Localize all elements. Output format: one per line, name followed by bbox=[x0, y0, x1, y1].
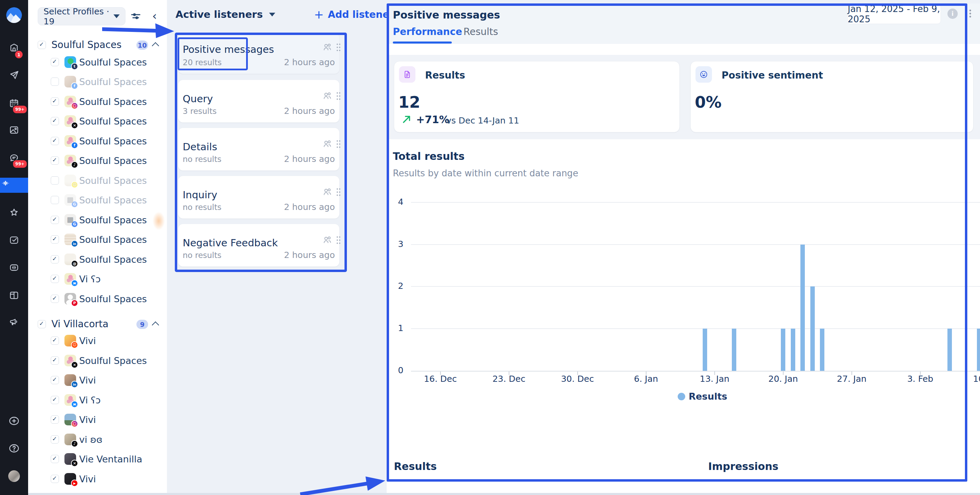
reports-bars-icon[interactable] bbox=[0, 260, 28, 275]
profile-checkbox[interactable] bbox=[51, 235, 59, 244]
profile-row[interactable]: PSoulful Spaces bbox=[28, 292, 167, 306]
user-avatar[interactable] bbox=[0, 469, 28, 484]
card-menu-dots-icon[interactable] bbox=[337, 43, 340, 51]
info-icon[interactable]: i bbox=[947, 9, 958, 19]
profile-row[interactable]: Vivi bbox=[28, 412, 167, 427]
profile-checkbox[interactable] bbox=[51, 435, 59, 444]
profile-row[interactable]: ☺Vivi bbox=[28, 334, 167, 348]
profile-group-header[interactable]: Vi Villacorta 9 bbox=[28, 318, 167, 330]
tab-results[interactable]: Results bbox=[463, 26, 498, 37]
group-checkbox[interactable] bbox=[38, 320, 46, 328]
profile-row[interactable]: @Soulful Spaces bbox=[28, 252, 167, 267]
profile-checkbox[interactable] bbox=[51, 58, 59, 66]
chart-bar[interactable] bbox=[820, 329, 824, 371]
profile-checkbox[interactable] bbox=[51, 137, 59, 145]
profile-row[interactable]: ▶Vivi bbox=[28, 472, 167, 486]
advocacy-megaphone-icon[interactable] bbox=[0, 315, 28, 330]
profile-row[interactable]: ♪vi ʚɞ bbox=[28, 432, 167, 447]
card-menu-dots-icon[interactable] bbox=[337, 140, 340, 148]
profile-row[interactable]: жVi ʕɔ bbox=[28, 393, 167, 407]
profile-row[interactable]: ×Soulful Spaces bbox=[28, 353, 167, 368]
chart-bar[interactable] bbox=[977, 329, 980, 371]
publishing-send-icon[interactable] bbox=[0, 67, 28, 83]
profile-checkbox[interactable] bbox=[51, 176, 59, 185]
media-library-icon[interactable] bbox=[0, 123, 28, 137]
date-range-picker[interactable]: Jan 12, 2025 - Feb 9, 2025 bbox=[847, 4, 941, 24]
profile-checkbox[interactable] bbox=[51, 78, 59, 86]
chart-bar[interactable] bbox=[703, 329, 707, 371]
profile-row[interactable]: Soulful Spaces bbox=[28, 94, 167, 109]
chart-bar[interactable] bbox=[781, 329, 785, 371]
listener-card-inquiry[interactable]: Inquiry no results 2 hours ago bbox=[178, 176, 339, 219]
profile-row[interactable]: tSoulful Spaces bbox=[28, 55, 167, 69]
profile-checkbox[interactable] bbox=[51, 216, 59, 224]
profile-checkbox[interactable] bbox=[51, 337, 59, 345]
profile-row[interactable]: ♪Soulful Spaces bbox=[28, 153, 167, 168]
listeners-header[interactable]: Active listeners bbox=[175, 8, 275, 21]
chart-bar[interactable] bbox=[800, 244, 805, 371]
card-menu-dots-icon[interactable] bbox=[337, 92, 340, 100]
profile-checkbox[interactable] bbox=[51, 376, 59, 384]
listener-card-query[interactable]: Query 3 results 2 hours ago bbox=[178, 80, 339, 123]
chart-bar[interactable] bbox=[947, 329, 952, 371]
home-icon[interactable] bbox=[0, 40, 28, 56]
profile-row[interactable]: inSoulful Spaces bbox=[28, 232, 167, 247]
people-icon[interactable] bbox=[322, 42, 332, 53]
tab-performance[interactable]: Performance bbox=[393, 26, 462, 37]
listener-card-positive-messages[interactable]: Positive messages 20 results 2 hours ago bbox=[178, 33, 339, 74]
listener-title: Negative Feedback bbox=[183, 237, 278, 249]
profile-row[interactable]: ×Soulful Spaces bbox=[28, 114, 167, 128]
people-icon[interactable] bbox=[322, 91, 332, 101]
kebab-menu-icon[interactable] bbox=[969, 10, 971, 18]
tasks-check-icon[interactable] bbox=[0, 233, 28, 248]
chevron-up-icon[interactable] bbox=[152, 321, 159, 329]
profile-row[interactable]: inVivi bbox=[28, 373, 167, 387]
profile-group-header[interactable]: Soulful Spaces 10 bbox=[28, 39, 167, 51]
select-profiles-dropdown[interactable]: Select Profiles · 19 bbox=[38, 7, 126, 26]
card-menu-dots-icon[interactable] bbox=[337, 188, 340, 196]
people-icon[interactable] bbox=[322, 235, 332, 245]
profile-row[interactable]: ☺Soulful Spaces bbox=[28, 173, 167, 188]
profile-row[interactable]: fSoulful Spaces bbox=[28, 134, 167, 148]
people-icon[interactable] bbox=[322, 187, 332, 197]
profile-row[interactable]: GSoulful Spaces bbox=[28, 213, 167, 227]
profile-checkbox[interactable] bbox=[51, 156, 59, 164]
collapse-panel-icon[interactable]: ‹ bbox=[152, 9, 157, 22]
profile-checkbox[interactable] bbox=[51, 356, 59, 365]
chart-bar[interactable] bbox=[810, 286, 815, 371]
listener-card-negative-feedback[interactable]: Negative Feedback no results 2 hours ago bbox=[178, 224, 339, 267]
profile-checkbox[interactable] bbox=[51, 117, 59, 125]
chevron-up-icon[interactable] bbox=[152, 42, 159, 50]
help-icon[interactable] bbox=[0, 441, 28, 456]
profile-checkbox[interactable] bbox=[51, 97, 59, 105]
dashboard-layout-icon[interactable] bbox=[0, 288, 28, 303]
profile-checkbox[interactable] bbox=[51, 475, 59, 483]
profile-checkbox[interactable] bbox=[51, 295, 59, 303]
profile-row[interactable]: жVi ʕɔ bbox=[28, 272, 167, 286]
profile-row[interactable]: fSoulful Spaces bbox=[28, 74, 167, 89]
profile-checkbox[interactable] bbox=[51, 415, 59, 424]
profile-checkbox[interactable] bbox=[51, 455, 59, 463]
listener-updated: 2 hours ago bbox=[284, 57, 335, 67]
stat-label: Results bbox=[425, 70, 465, 81]
profile-checkbox[interactable] bbox=[51, 255, 59, 263]
add-listener-button[interactable]: + Add listener bbox=[314, 8, 394, 21]
profile-avatar: ☺ bbox=[64, 335, 76, 346]
profile-row[interactable]: GSoulful Spaces bbox=[28, 193, 167, 207]
app-logo-icon[interactable] bbox=[6, 7, 22, 23]
profile-checkbox[interactable] bbox=[51, 196, 59, 204]
listener-card-details[interactable]: Details no results 2 hours ago bbox=[178, 128, 339, 171]
profile-checkbox[interactable] bbox=[51, 275, 59, 283]
profile-checkbox[interactable] bbox=[51, 396, 59, 404]
chart-bar[interactable] bbox=[791, 329, 795, 371]
add-plus-icon[interactable] bbox=[0, 414, 28, 428]
youtube-badge-icon: ▶ bbox=[71, 479, 78, 487]
sidebar-item-listening-active[interactable] bbox=[0, 178, 28, 193]
profile-row[interactable]: ×Vie Ventanilla bbox=[28, 452, 167, 466]
chart-bar[interactable] bbox=[732, 329, 736, 371]
reviews-star-icon[interactable] bbox=[0, 205, 28, 220]
card-menu-dots-icon[interactable] bbox=[337, 236, 340, 244]
group-checkbox[interactable] bbox=[38, 41, 46, 49]
filter-icon[interactable] bbox=[130, 10, 142, 24]
people-icon[interactable] bbox=[322, 139, 332, 149]
